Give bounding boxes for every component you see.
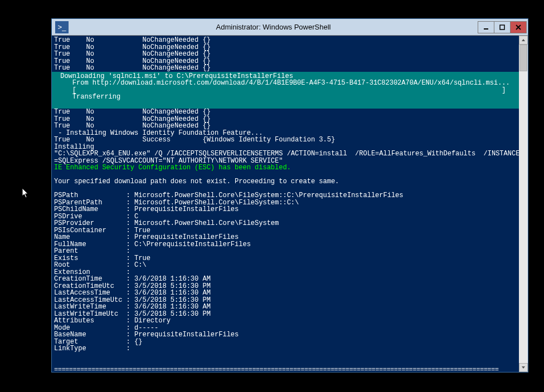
svg-rect-1 [500, 25, 504, 30]
output-line: True No NoChangeNeeded {} [54, 64, 211, 72]
scroll-down-button[interactable] [519, 363, 528, 372]
maximize-button[interactable] [494, 21, 511, 33]
esc-disabled-line: IE Enhanced Security Configuration (ESC)… [54, 164, 291, 171]
path-warning-line: Your specified download path does not ex… [54, 178, 339, 185]
progress-bar: [ ] [52, 87, 519, 94]
progress-status: Transferring [52, 94, 519, 101]
minimize-button[interactable] [478, 21, 494, 33]
console-output[interactable]: True No NoChangeNeeded {} True No NoChan… [52, 36, 519, 372]
progress-url: From http://download.microsoft.com/downl… [52, 80, 519, 87]
scroll-up-button[interactable] [519, 36, 528, 45]
titlebar[interactable]: >_ Administrator: Windows PowerShell [52, 19, 528, 36]
powershell-window: >_ Administrator: Windows PowerShell Tru… [51, 18, 528, 373]
download-progress: Downloading 'sqlncli.msi' to C:\Prerequi… [52, 72, 519, 109]
powershell-icon: >_ [55, 21, 69, 33]
window-content: True No NoChangeNeeded {} True No NoChan… [52, 36, 528, 372]
scroll-thumb[interactable] [519, 45, 527, 71]
separator-line: ========================================… [54, 366, 498, 373]
window-title: Administrator: Windows PowerShell [69, 23, 478, 31]
close-button[interactable] [510, 21, 527, 33]
vertical-scrollbar[interactable] [519, 36, 528, 372]
mouse-cursor [22, 188, 29, 198]
property-line: LinkType : [54, 345, 130, 352]
scroll-track[interactable] [519, 45, 528, 363]
progress-blank [52, 101, 519, 108]
titlebar-buttons [478, 21, 527, 33]
svg-rect-0 [484, 28, 488, 30]
output-line: True No Success {Windows Identity Founda… [54, 136, 335, 144]
